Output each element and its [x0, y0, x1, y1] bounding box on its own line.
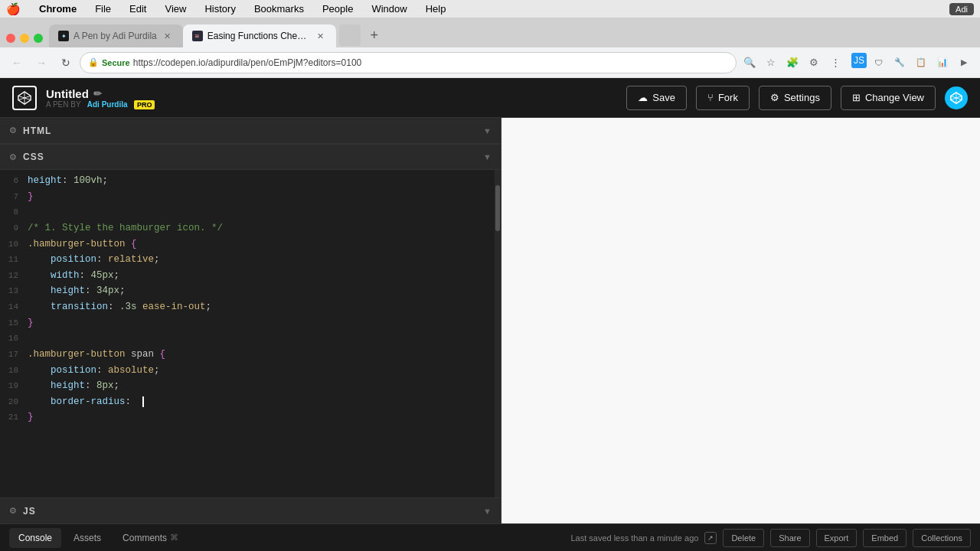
- comments-label: Comments: [122, 533, 167, 543]
- css-panel-header[interactable]: ⚙ CSS ▼: [0, 144, 501, 170]
- fork-button[interactable]: ⑂ Fork: [696, 86, 750, 110]
- save-button[interactable]: ☁ Save: [626, 86, 687, 110]
- line-content[interactable]: }: [28, 189, 495, 205]
- line-content[interactable]: border-radius:: [28, 394, 495, 410]
- fork-icon: ⑂: [707, 92, 714, 103]
- code-line: 17.hamburger-button span {: [0, 347, 501, 363]
- more-icon[interactable]: ⋮: [825, 53, 845, 73]
- address-input[interactable]: 🔒 Secure https://codepen.io/adipurdila/p…: [80, 52, 737, 73]
- line-content[interactable]: width: 45px;: [28, 268, 495, 284]
- delete-button[interactable]: Delete: [723, 529, 764, 547]
- menubar-chrome[interactable]: Chrome: [36, 3, 80, 15]
- line-content[interactable]: .hamburger-button {: [28, 236, 495, 253]
- maximize-button[interactable]: [34, 34, 43, 43]
- tab-favicon-easing: ≋: [192, 31, 203, 41]
- line-content[interactable]: transition: .3s ease-in-out;: [28, 299, 495, 315]
- tab-pen[interactable]: ✦ A Pen by Adi Purdila ✕: [49, 24, 183, 47]
- author-prefix: A PEN BY: [46, 100, 80, 109]
- assets-tab[interactable]: Assets: [64, 528, 110, 548]
- comments-tab[interactable]: Comments ⌘: [113, 528, 188, 548]
- line-number: 14: [0, 300, 28, 314]
- svg-line-9: [956, 96, 962, 97]
- line-content[interactable]: height: 34px;: [28, 283, 495, 299]
- search-icon-btn[interactable]: 🔍: [740, 53, 760, 73]
- line-content[interactable]: /* 1. Style the hamburger icon. */: [28, 220, 495, 236]
- line-content[interactable]: [28, 204, 495, 220]
- codepen-icon-btn[interactable]: [945, 86, 968, 109]
- menubar-help[interactable]: Help: [423, 3, 449, 15]
- ext2-icon[interactable]: 🛡: [868, 53, 888, 73]
- bottom-bar: Console Assets Comments ⌘ Last saved les…: [0, 523, 980, 551]
- menubar-edit[interactable]: Edit: [126, 3, 149, 15]
- change-view-label: Change View: [865, 92, 924, 103]
- ext4-icon[interactable]: 📋: [911, 53, 931, 73]
- codepen-logo[interactable]: [12, 86, 37, 110]
- collections-button[interactable]: Collections: [913, 529, 971, 547]
- status-export-icon[interactable]: ↗: [704, 532, 717, 544]
- line-content[interactable]: [28, 331, 495, 347]
- js-panel-header[interactable]: ⚙ JS ▼: [0, 497, 501, 523]
- menubar-file[interactable]: File: [92, 3, 114, 15]
- tab-title-pen: A Pen by Adi Purdila: [74, 31, 157, 41]
- settings-icon: ⚙: [770, 92, 779, 103]
- ext3-icon[interactable]: 🔧: [890, 53, 910, 73]
- export-button[interactable]: Export: [816, 529, 858, 547]
- author-name[interactable]: Adi Purdila: [87, 100, 128, 109]
- ext1-icon[interactable]: JS: [851, 53, 867, 68]
- line-content[interactable]: position: absolute;: [28, 363, 495, 379]
- minimize-button[interactable]: [20, 34, 29, 43]
- menubar-people[interactable]: People: [319, 3, 356, 15]
- forward-button[interactable]: →: [31, 52, 52, 73]
- star-icon-btn[interactable]: ☆: [761, 53, 781, 73]
- menubar-view[interactable]: View: [162, 3, 189, 15]
- menubar-history[interactable]: History: [201, 3, 238, 15]
- line-number: 10: [0, 237, 28, 251]
- pen-edit-icon[interactable]: ✏: [93, 88, 102, 99]
- menubar-bookmarks[interactable]: Bookmarks: [251, 3, 307, 15]
- tab-easing[interactable]: ≋ Easing Functions Cheat Sheet ✕: [183, 24, 336, 47]
- line-content[interactable]: position: relative;: [28, 252, 495, 268]
- code-line: 11 position: relative;: [0, 252, 501, 268]
- settings-icon[interactable]: ⚙: [804, 53, 824, 73]
- extensions-icon[interactable]: 🧩: [782, 53, 802, 73]
- line-content[interactable]: height: 8px;: [28, 378, 495, 394]
- line-content[interactable]: }: [28, 409, 495, 425]
- lock-icon: 🔒: [88, 57, 99, 67]
- console-tab[interactable]: Console: [9, 528, 61, 548]
- line-content[interactable]: .hamburger-button span {: [28, 347, 495, 363]
- settings-button[interactable]: ⚙ Settings: [759, 86, 831, 110]
- ext6-icon[interactable]: ▶: [954, 53, 974, 73]
- ext5-icon[interactable]: 📊: [933, 53, 952, 73]
- scrollbar[interactable]: [495, 170, 501, 497]
- line-number: 9: [0, 221, 28, 235]
- svg-line-10: [951, 98, 956, 99]
- scrollbar-thumb[interactable]: [495, 185, 500, 231]
- profile-badge[interactable]: Adi: [949, 3, 974, 15]
- code-line: 15}: [0, 315, 501, 331]
- address-actions: 🔍 ☆ 🧩 ⚙ ⋮ JS 🛡 🔧 📋 📊 ▶: [740, 53, 974, 73]
- code-line: 19 height: 8px;: [0, 378, 501, 394]
- line-content[interactable]: }: [28, 315, 495, 331]
- close-button[interactable]: [6, 34, 15, 43]
- status-text: Last saved less than a minute ago: [570, 533, 698, 543]
- editor-pane: ⚙ HTML ▼ ⚙ CSS ▼ 6height: 100vh;7}8 9/* …: [0, 118, 501, 523]
- menubar-window[interactable]: Window: [368, 3, 410, 15]
- share-button[interactable]: Share: [770, 529, 809, 547]
- line-number: 7: [0, 190, 28, 204]
- pro-badge: PRO: [134, 100, 155, 109]
- apple-menu[interactable]: 🍎: [6, 2, 21, 16]
- code-line: 8: [0, 204, 501, 220]
- pen-author: A PEN BY Adi Purdila PRO: [46, 100, 155, 109]
- codepen-header: Untitled ✏ A PEN BY Adi Purdila PRO ☁ Sa…: [0, 78, 980, 118]
- change-view-button[interactable]: ⊞ Change View: [841, 86, 936, 110]
- refresh-button[interactable]: ↻: [55, 52, 77, 73]
- back-button[interactable]: ←: [6, 52, 28, 73]
- line-content[interactable]: height: 100vh;: [28, 173, 495, 189]
- url-text: https://codepen.io/adipurdila/pen/oEmPjM…: [133, 57, 728, 68]
- tab-close-easing[interactable]: ✕: [315, 30, 327, 42]
- html-panel-header[interactable]: ⚙ HTML ▼: [0, 118, 501, 144]
- tab-close-pen[interactable]: ✕: [162, 30, 174, 42]
- embed-button[interactable]: Embed: [863, 529, 906, 547]
- code-editor[interactable]: 6height: 100vh;7}8 9/* 1. Style the hamb…: [0, 170, 501, 497]
- new-tab-button[interactable]: +: [364, 24, 385, 46]
